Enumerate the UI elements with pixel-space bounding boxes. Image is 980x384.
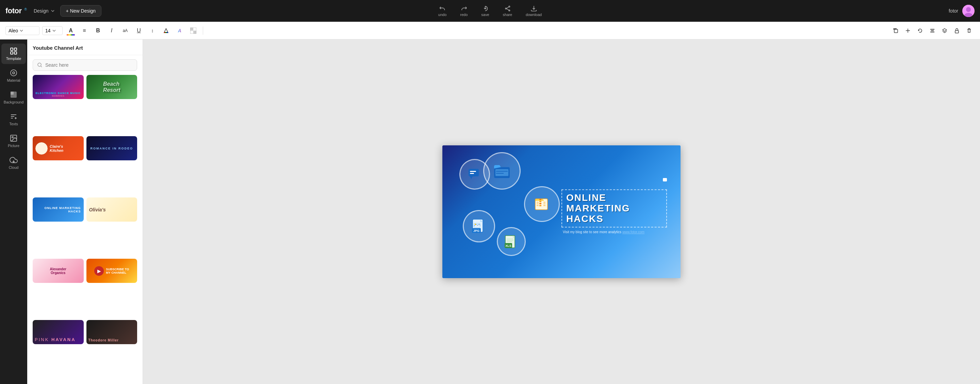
- logo-area: fotor ®: [5, 6, 27, 15]
- font-family-selector[interactable]: Aleo: [5, 26, 40, 35]
- template-card[interactable]: PINK HAVANA: [33, 320, 84, 344]
- transparency-button[interactable]: [188, 25, 199, 36]
- svg-text:XLS: XLS: [505, 244, 511, 247]
- sidebar-item-material[interactable]: Material: [2, 65, 26, 86]
- lock-icon: [954, 28, 959, 33]
- text-toolbar: Aleo 14 A ≡ B I aA U ↕ A: [0, 22, 980, 40]
- copy-button[interactable]: [890, 25, 901, 36]
- copy-icon: [893, 28, 898, 33]
- sidebar-item-template[interactable]: Template: [2, 43, 26, 64]
- selection-handle-tr[interactable]: [663, 178, 667, 182]
- rotate-icon: [917, 28, 923, 33]
- picture-icon: [10, 134, 18, 142]
- rotate-button[interactable]: [915, 25, 926, 36]
- share-button[interactable]: share: [500, 4, 515, 18]
- header-right: fotor: [949, 5, 975, 17]
- template-card[interactable]: ELECTRONIC DANCE MUSIC EDAMIXES: [33, 75, 84, 99]
- template-card[interactable]: Claire'sKitchen: [33, 136, 84, 160]
- design-canvas[interactable]: JPG XLS: [442, 145, 681, 278]
- svg-rect-28: [470, 173, 474, 174]
- share-label: share: [503, 13, 512, 17]
- flip-button[interactable]: [902, 25, 913, 36]
- download-icon: [530, 5, 537, 12]
- canvas-icons: JPG XLS: [453, 145, 568, 278]
- svg-rect-13: [930, 32, 934, 32]
- svg-rect-10: [894, 29, 898, 33]
- font-size-selector[interactable]: 14: [42, 26, 63, 35]
- align-icon: [930, 28, 935, 33]
- xls-icon: XLS: [504, 234, 519, 249]
- highlight-color-button[interactable]: [161, 25, 172, 36]
- folder-circle: [483, 152, 520, 190]
- template-card[interactable]: ONLINE MARKETINGHACKS: [33, 198, 84, 221]
- jpg-circle: JPG: [463, 210, 495, 242]
- svg-rect-30: [495, 169, 508, 176]
- spacing-button[interactable]: ↕: [147, 25, 158, 36]
- sidebar-item-picture[interactable]: Picture: [2, 131, 26, 151]
- layers-button[interactable]: [939, 25, 950, 36]
- canvas-link: www.fotor.com: [622, 231, 644, 234]
- avatar-image: [962, 5, 975, 17]
- svg-rect-22: [11, 92, 14, 95]
- svg-point-0: [509, 6, 510, 7]
- template-grid: ELECTRONIC DANCE MUSIC EDAMIXES BeachRes…: [27, 75, 143, 384]
- design-label: Design: [34, 8, 49, 14]
- canvas-text-area: ONLINE MARKETING HACKS Visit my blog sit…: [562, 189, 667, 234]
- template-card[interactable]: ▶ SUBSCRIBE TOMY CHANNEL: [86, 259, 137, 283]
- save-button[interactable]: save: [479, 4, 492, 18]
- texts-icon: [10, 112, 18, 121]
- svg-rect-17: [11, 52, 13, 54]
- design-dropdown[interactable]: Design: [31, 6, 57, 16]
- redo-button[interactable]: redo: [457, 4, 470, 18]
- redo-icon: [460, 5, 467, 12]
- background-icon: [10, 91, 18, 99]
- sidebar-item-texts[interactable]: Texts: [2, 109, 26, 129]
- svg-point-36: [475, 224, 476, 225]
- template-card[interactable]: BeachResort: [86, 75, 137, 99]
- svg-rect-6: [164, 32, 168, 33]
- template-card[interactable]: AlexanderOrganics: [33, 259, 84, 283]
- text-effect-button[interactable]: A: [174, 25, 185, 36]
- flip-icon: [905, 28, 911, 33]
- toolbar-divider: [203, 27, 203, 35]
- side-panel: Youtube Channel Art ELECTRONIC DANCE MUS…: [27, 40, 143, 384]
- download-button[interactable]: download: [523, 4, 544, 18]
- chat-icon: [467, 167, 482, 182]
- font-chevron-icon: [19, 29, 24, 33]
- avatar[interactable]: [962, 5, 975, 17]
- canvas-area: JPG XLS: [143, 40, 980, 384]
- header-center-actions: undo redo save share download: [436, 4, 544, 18]
- canvas-main-title[interactable]: ONLINE MARKETING HACKS: [562, 189, 667, 228]
- sidebar-item-background[interactable]: Background: [2, 87, 26, 108]
- align-button[interactable]: [927, 25, 938, 36]
- svg-rect-15: [11, 48, 13, 50]
- chevron-down-icon: [51, 9, 55, 13]
- folder-icon: [493, 162, 511, 180]
- italic-button[interactable]: I: [106, 25, 117, 36]
- template-card[interactable]: Theodore Miller: [86, 320, 137, 344]
- svg-rect-27: [470, 171, 476, 172]
- highlight-icon: [163, 27, 169, 34]
- text-align-button[interactable]: ≡: [79, 25, 90, 36]
- delete-button[interactable]: [964, 25, 975, 36]
- checkerboard-icon: [190, 27, 196, 34]
- lock-button[interactable]: [951, 25, 962, 36]
- font-size-button[interactable]: aA: [120, 25, 130, 36]
- background-label: Background: [4, 100, 24, 104]
- xls-circle: XLS: [497, 227, 526, 256]
- undo-icon: [439, 5, 446, 12]
- font-color-button[interactable]: A: [65, 25, 76, 36]
- template-card[interactable]: ROMANCE IN RODEO: [86, 136, 137, 160]
- undo-button[interactable]: undo: [436, 4, 449, 18]
- bold-button[interactable]: B: [92, 25, 103, 36]
- template-card[interactable]: Olivia's: [86, 198, 137, 221]
- material-icon: [10, 69, 18, 77]
- svg-point-1: [505, 8, 506, 9]
- svg-rect-12: [931, 30, 934, 31]
- sidebar-item-cloud[interactable]: Cloud: [2, 153, 26, 173]
- search-input[interactable]: [45, 62, 133, 68]
- svg-point-25: [38, 63, 41, 66]
- new-design-button[interactable]: + New Design: [60, 5, 102, 17]
- underline-button[interactable]: U: [134, 25, 144, 36]
- search-box[interactable]: [33, 59, 137, 71]
